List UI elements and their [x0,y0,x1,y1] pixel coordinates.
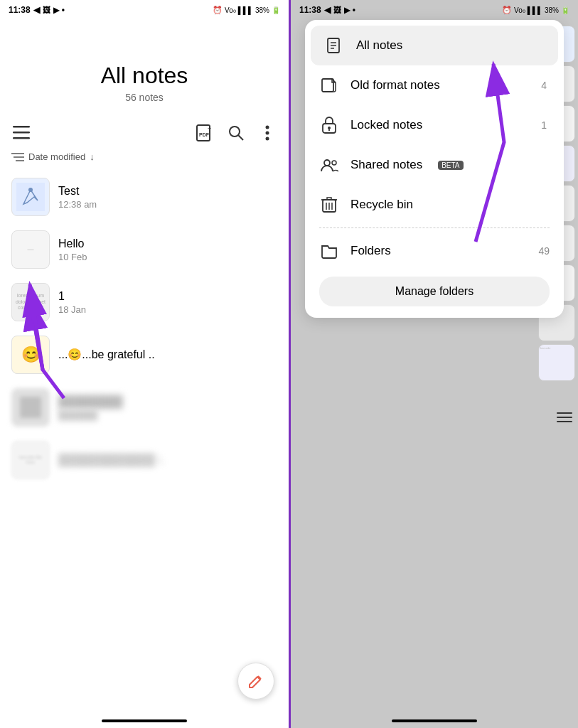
right-wifi-icon: Vo₀ [514,6,525,14]
svg-rect-0 [13,126,30,128]
more-button[interactable] [257,123,277,143]
svg-rect-2 [13,137,30,139]
list-item[interactable]: 😊 ...😊...be grateful .. [0,328,289,381]
note-title: 1 [58,290,86,303]
list-item[interactable]: barcode like lines ████████████ L [0,434,289,486]
folders-label: Folders [350,244,391,258]
list-item[interactable]: Test 12:38 am [0,171,289,223]
toolbar: PDF + [0,117,289,149]
notes-list: Test 12:38 am — Hello 10 Feb lorem ipsum… [0,165,289,492]
note-thumbnail: barcode like lines [11,441,50,479]
right-play-icon: ▶ [344,6,350,15]
svg-rect-14 [16,183,45,211]
all-notes-icon [325,36,345,55]
trash-icon [319,195,339,215]
right-alarm-icon: ⏰ [502,6,512,15]
svg-point-30 [332,161,336,165]
drawer-divider [319,228,550,228]
right-status-bar: 11:38 ◀ 🖼 ▶ • ⏰ Vo₀ ▌▌▌ 38% 🔋 [291,0,578,20]
drawer-item-shared[interactable]: Shared notes BETA [305,145,564,185]
right-hamburger-icon [557,412,572,422]
svg-text:+: + [208,125,211,132]
note-title: Hello [58,237,87,250]
left-nav-icon: ◀ [33,5,40,15]
drawer-item-locked[interactable]: Locked notes 1 [305,105,564,145]
right-nav-icon: ◀ [324,5,331,15]
list-item[interactable]: — Hello 10 Feb [0,223,289,276]
note-title: ████████ [58,395,123,408]
old-format-label: Old format notes [350,78,440,92]
drawer-item-all-notes[interactable]: All notes [311,26,558,65]
hamburger-button[interactable] [11,123,31,143]
right-status-right: ⏰ Vo₀ ▌▌▌ 38% 🔋 [502,6,569,15]
all-notes-label: All notes [356,38,402,53]
shared-icon [319,155,339,175]
drawer-item-recycle[interactable]: Recycle bin [305,185,564,225]
note-title: ████████████ L [58,454,164,466]
drawer-item-old-format[interactable]: Old format notes 4 [305,65,564,105]
svg-rect-16 [20,397,41,418]
recycle-label: Recycle bin [350,198,413,212]
folders-row[interactable]: Folders 49 [305,231,564,271]
note-title: ...😊...be grateful .. [58,348,155,361]
pdf-button[interactable]: PDF + [195,123,215,143]
compose-fab[interactable] [237,663,274,700]
note-thumbnail: lorem ipsum dolor sit amet consectetur [11,283,50,321]
svg-line-7 [238,135,243,140]
battery-icon: 🔋 [272,6,280,14]
note-content: Hello 10 Feb [58,237,87,262]
list-item[interactable]: ████████ ██████ [0,381,289,434]
right-panel: 11:38 ◀ 🖼 ▶ • ⏰ Vo₀ ▌▌▌ 38% 🔋 barcode [291,0,578,728]
right-status-left: 11:38 ◀ 🖼 ▶ • [299,5,355,15]
left-dot: • [62,5,65,15]
svg-point-27 [328,127,331,129]
old-format-badge: 4 [541,80,547,91]
right-battery-text: 38% [545,6,559,14]
folders-count: 49 [538,245,550,257]
svg-point-15 [28,188,33,192]
sort-arrow-icon: ↓ [90,151,95,162]
sort-label: Date modified [28,151,85,162]
shared-label: Shared notes [350,158,422,172]
right-photo-icon: 🖼 [333,6,341,14]
svg-rect-1 [13,132,30,134]
navigation-drawer: All notes Old format notes 4 [305,20,564,318]
beta-badge: BETA [438,161,463,170]
right-dot: • [353,5,355,15]
folder-icon [319,241,339,261]
svg-point-6 [230,127,240,136]
note-thumbnail: 😊 [11,336,50,374]
battery-text: 38% [255,6,269,14]
left-status-right: ⏰ Vo₀ ▌▌▌ 38% 🔋 [213,6,280,15]
sort-icon [11,152,24,162]
note-thumbnail [11,388,50,427]
svg-point-10 [266,137,269,141]
left-time: 11:38 [9,5,31,15]
lock-icon [319,115,339,135]
svg-point-29 [324,160,330,166]
bottom-nav-indicator [102,719,187,722]
note-date: 10 Feb [58,252,87,262]
page-title: All notes [0,63,289,89]
note-content: ████████ ██████ [58,395,123,420]
sort-bar: Date modified ↓ [0,149,289,165]
right-battery-icon: 🔋 [561,6,569,14]
manage-folders-button[interactable]: Manage folders [319,277,550,306]
locked-label: Locked notes [350,118,422,132]
note-thumbnail [11,178,50,216]
left-status-left: 11:38 ◀ 🖼 ▶ • [9,5,65,15]
right-bottom-nav-indicator [392,719,477,722]
compose-icon [247,673,264,690]
list-item[interactable]: lorem ipsum dolor sit amet consectetur 1… [0,276,289,328]
signal-icon: ▌▌▌ [238,6,253,14]
right-time: 11:38 [299,5,321,15]
note-content: Test 12:38 am [58,185,97,210]
right-signal-icon: ▌▌▌ [528,6,542,14]
note-content: ████████████ L [58,454,164,466]
note-date: 18 Jan [58,304,86,315]
alarm-icon: ⏰ [213,6,223,15]
left-header: All notes 56 notes [0,20,289,117]
note-title: Test [58,185,97,198]
old-format-icon [319,75,339,95]
search-button[interactable] [226,123,246,143]
